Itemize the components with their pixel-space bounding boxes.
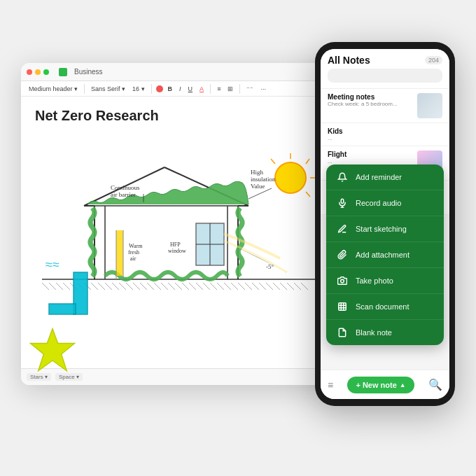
note-item-title: Meeting notes	[328, 93, 413, 101]
size-selector[interactable]: 16 ▾	[130, 85, 147, 93]
underline-button[interactable]: U	[186, 85, 195, 93]
start-sketching-item[interactable]: Start sketching	[326, 216, 444, 242]
scan-icon	[336, 300, 349, 313]
phone-search-bar[interactable]	[328, 69, 442, 83]
thumb-meeting	[417, 93, 442, 118]
svg-text:air barrier: air barrier	[111, 191, 136, 198]
svg-rect-76	[341, 199, 344, 203]
svg-text:≈≈: ≈≈	[46, 258, 59, 272]
svg-line-12	[119, 283, 126, 290]
note-item-content: Meeting notes Check week: a 5 bedroom...	[328, 93, 413, 107]
phone-header: All Notes 204	[321, 49, 449, 89]
record-audio-label: Record audio	[356, 199, 401, 207]
note-thumbnail	[417, 93, 442, 118]
list-button[interactable]: ≡	[215, 85, 223, 93]
add-reminder-item[interactable]: Add reminder	[326, 164, 444, 190]
more-button[interactable]: ···	[258, 85, 268, 93]
menu-icon[interactable]: ≡	[328, 379, 333, 391]
add-attachment-item[interactable]: Add attachment	[326, 242, 444, 268]
list-item[interactable]: Meeting notes Check week: a 5 bedroom...	[321, 89, 449, 123]
start-sketching-label: Start sketching	[356, 225, 407, 233]
browser-chrome: Business Share	[21, 63, 350, 81]
style-selector[interactable]: Medium header ▾	[27, 85, 80, 93]
svg-line-13	[126, 283, 133, 290]
note-item-preview: ...	[328, 135, 442, 141]
all-notes-title: All Notes	[328, 55, 370, 66]
scan-document-item[interactable]: Scan document	[326, 294, 444, 320]
browser-favicon	[59, 68, 67, 76]
scan-document-label: Scan document	[356, 302, 409, 311]
paperclip-icon	[336, 248, 349, 261]
svg-rect-55	[49, 304, 76, 314]
separator-1	[84, 84, 85, 94]
svg-line-17	[154, 283, 161, 290]
svg-line-29	[238, 283, 245, 290]
svg-line-28	[231, 283, 238, 290]
note-item-preview: ...	[328, 158, 413, 164]
svg-line-4	[63, 283, 70, 290]
svg-line-22	[189, 283, 196, 290]
svg-line-20	[175, 283, 182, 290]
take-photo-label: Take photo	[356, 276, 393, 285]
svg-line-23	[196, 283, 203, 290]
document-title: Net Zero Research	[35, 108, 336, 124]
svg-line-10	[105, 283, 112, 290]
blank-note-label: Blank note	[356, 328, 392, 337]
dot-yellow	[35, 69, 41, 75]
star-icon	[28, 326, 77, 375]
note-icon	[336, 326, 349, 339]
pen-icon	[336, 223, 349, 235]
align-button[interactable]: ⁻⁻	[244, 85, 255, 93]
phone-header-top: All Notes 204	[328, 55, 442, 66]
font-color-button[interactable]: A	[197, 85, 206, 93]
search-icon[interactable]: 🔍	[428, 378, 442, 391]
record-audio-item[interactable]: Record audio	[326, 190, 444, 216]
italic-button[interactable]: I	[177, 85, 183, 93]
scene: Business Share Medium header ▾ Sans Seri…	[21, 42, 455, 434]
svg-line-75	[248, 188, 272, 199]
svg-point-57	[275, 162, 306, 193]
svg-line-15	[140, 283, 147, 290]
add-attachment-label: Add attachment	[356, 251, 410, 259]
svg-line-30	[245, 283, 252, 290]
svg-line-2	[49, 283, 56, 290]
note-item-content: Flight ...	[328, 150, 413, 164]
svg-text:HFP: HFP	[170, 241, 181, 248]
phone-screen: All Notes 204 Meeting notes Check week: …	[321, 49, 449, 399]
blank-note-item[interactable]: Blank note	[326, 320, 444, 345]
svg-line-34	[273, 283, 280, 290]
note-item-title: Flight	[328, 150, 413, 158]
new-note-button[interactable]: + New note ▲	[347, 377, 414, 393]
phone-footer: ≡ + New note ▲ 🔍	[321, 370, 449, 399]
note-item-title: Kids	[328, 127, 442, 135]
take-photo-item[interactable]: Take photo	[326, 268, 444, 294]
svg-line-27	[224, 283, 231, 290]
mic-icon	[336, 197, 349, 209]
color-dot	[156, 85, 163, 92]
note-item-content: Kids ...	[328, 127, 442, 141]
editor-toolbar: Medium header ▾ Sans Serif ▾ 16 ▾ B I U …	[21, 81, 350, 97]
svg-line-8	[91, 283, 98, 290]
separator-4	[239, 84, 240, 94]
svg-text:High: High	[251, 169, 264, 176]
svg-text:air: air	[130, 255, 136, 262]
svg-line-9	[98, 283, 105, 290]
bell-icon	[336, 171, 349, 183]
svg-line-26	[217, 283, 224, 290]
font-selector[interactable]: Sans Serif ▾	[89, 85, 127, 93]
svg-line-32	[259, 283, 266, 290]
svg-line-16	[147, 283, 154, 290]
indent-button[interactable]: ⊞	[225, 85, 235, 93]
svg-line-1	[42, 283, 49, 290]
svg-line-35	[280, 283, 287, 290]
svg-line-18	[161, 283, 168, 290]
list-item[interactable]: Kids ...	[321, 123, 449, 146]
svg-text:-5°: -5°	[266, 263, 274, 270]
new-note-label: + New note	[356, 381, 396, 389]
svg-line-21	[182, 283, 189, 290]
svg-text:window: window	[168, 248, 186, 254]
bold-button[interactable]: B	[166, 85, 175, 93]
star-decoration	[28, 326, 77, 378]
notes-badge: 204	[425, 56, 442, 64]
svg-rect-48	[116, 230, 123, 276]
